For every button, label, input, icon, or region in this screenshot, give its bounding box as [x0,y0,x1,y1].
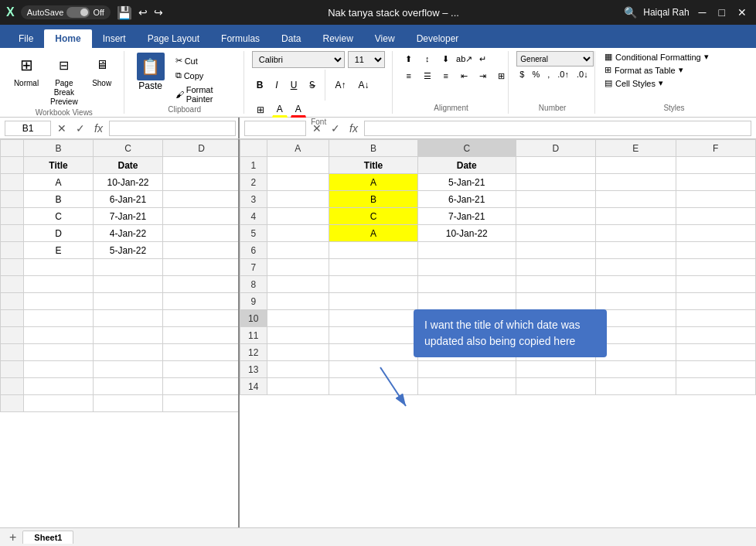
close-icon[interactable]: ✕ [734,6,750,19]
r6-b[interactable] [329,242,418,259]
cell-reference-right[interactable]: C10 [244,121,306,136]
r2-d[interactable] [516,174,596,191]
r2-a[interactable] [267,174,329,191]
insert-function-icon[interactable]: fx [91,122,106,135]
r7-f[interactable] [676,259,756,276]
autosave-toggle[interactable]: AutoSave Off [21,5,111,19]
cell-b14[interactable] [24,395,94,412]
r8-b[interactable] [329,276,418,293]
r6-a[interactable] [267,242,329,259]
format-painter-button[interactable]: 🖌 Format Painter [172,84,237,105]
restore-icon[interactable]: □ [716,6,728,19]
cell-d8[interactable] [163,293,240,310]
r13-d[interactable] [516,361,596,378]
cell-b10[interactable] [24,327,94,344]
r4-f[interactable] [676,208,756,225]
r9-a[interactable] [267,293,329,310]
r8-f[interactable] [676,276,756,293]
custom-view-button[interactable]: 🖥 Show [87,51,117,90]
r11-e[interactable] [596,327,676,344]
col-header-b-left[interactable]: B [24,140,94,157]
r10-e[interactable] [596,310,676,327]
tab-formulas[interactable]: Formulas [210,29,271,48]
r14-e[interactable] [596,378,676,395]
col-header-f[interactable]: F [676,140,756,157]
r12-a[interactable] [267,344,329,361]
cell-c14[interactable] [94,395,163,412]
r6-e[interactable] [596,242,676,259]
fill-color-button[interactable]: A [272,102,288,118]
r11-a[interactable] [267,327,329,344]
cell-d6[interactable] [163,259,240,276]
cell-c9[interactable] [94,310,163,327]
cell-b1[interactable]: A [24,174,94,191]
confirm-formula-icon-right[interactable]: ✓ [328,122,343,135]
r2-c[interactable]: 5-Jan-21 [418,174,516,191]
r13-e[interactable] [596,361,676,378]
copy-button[interactable]: ⧉ Copy [172,69,237,82]
cell-c1[interactable]: 10-Jan-22 [94,174,163,191]
cell-b3[interactable]: C [24,208,94,225]
r10-f[interactable] [676,310,756,327]
r11-f[interactable] [676,327,756,344]
cell-b12[interactable] [24,361,94,378]
r7-d[interactable] [516,259,596,276]
r13-c[interactable] [418,361,516,378]
merge-button[interactable]: ⊞ [493,68,510,84]
wrap-text-button[interactable]: ↵ [475,51,492,67]
cell-c4[interactable]: 4-Jan-22 [94,225,163,242]
r9-d[interactable] [516,293,596,310]
r2-f[interactable] [676,174,756,191]
align-center-button[interactable]: ☰ [419,68,436,84]
cell-c12[interactable] [94,361,163,378]
cell-d11[interactable] [163,344,240,361]
align-right-button[interactable]: ≡ [438,68,455,84]
cell-d14[interactable] [163,395,240,412]
r8-d[interactable] [516,276,596,293]
italic-button[interactable]: I [271,78,282,92]
r3-b[interactable]: B [329,191,418,208]
cell-b5[interactable]: E [24,242,94,259]
percent-button[interactable]: % [529,68,543,80]
decrease-font-button[interactable]: A↓ [353,78,373,92]
cell-b8[interactable] [24,293,94,310]
r10-b[interactable] [329,310,418,327]
cell-d4[interactable] [163,225,240,242]
r5-e[interactable] [596,225,676,242]
cancel-formula-icon-right[interactable]: ✕ [309,122,325,135]
cell-reference-left[interactable] [5,121,51,136]
save-icon[interactable]: 💾 [117,5,132,20]
r2-e[interactable] [596,174,676,191]
r3-d[interactable] [516,191,596,208]
align-bottom-button[interactable]: ⬇ [438,51,455,67]
format-as-table-button[interactable]: ⊞ Format as Table ▾ [603,64,710,76]
r1-b[interactable]: Title [329,157,418,174]
cancel-formula-icon[interactable]: ✕ [54,122,70,135]
cell-c2[interactable]: 6-Jan-21 [94,191,163,208]
align-top-button[interactable]: ⬆ [400,51,417,67]
confirm-formula-icon[interactable]: ✓ [73,122,88,135]
cell-b13[interactable] [24,378,94,395]
r6-f[interactable] [676,242,756,259]
r5-b[interactable]: A [329,225,418,242]
r14-a[interactable] [267,378,329,395]
r4-e[interactable] [596,208,676,225]
paste-button[interactable]: 📋 Paste [132,51,169,93]
r4-a[interactable] [267,208,329,225]
cell-d2[interactable] [163,191,240,208]
align-left-button[interactable]: ≡ [400,68,417,84]
r4-d[interactable] [516,208,596,225]
cell-b7[interactable] [24,276,94,293]
r4-c[interactable]: 7-Jan-21 [418,208,516,225]
cell-d5[interactable] [163,242,240,259]
r14-f[interactable] [676,378,756,395]
r6-c[interactable] [418,242,516,259]
cell-c-date[interactable]: Date [94,157,163,174]
decrease-decimal-button[interactable]: .0↓ [574,68,591,80]
redo-icon[interactable]: ↪ [154,6,163,19]
strikethrough-button[interactable]: S̶ [305,78,320,92]
comma-button[interactable]: , [544,68,553,80]
r2-b[interactable]: A [329,174,418,191]
align-middle-button[interactable]: ↕ [419,51,436,67]
cell-b11[interactable] [24,344,94,361]
